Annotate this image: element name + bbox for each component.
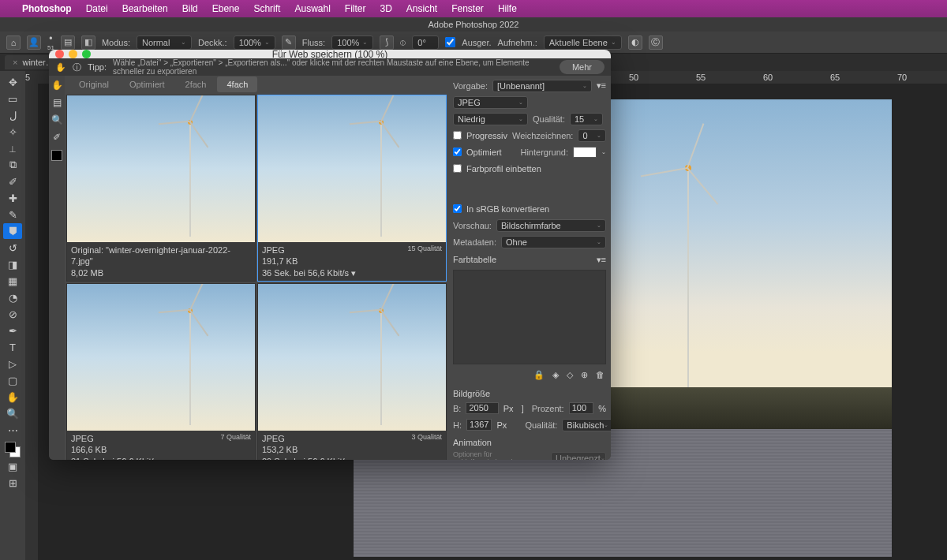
loop-select: Unbegrenzt⌄ [551, 452, 606, 460]
blur-tool[interactable]: ◔ [3, 289, 22, 305]
sample-color-swatch[interactable] [51, 150, 62, 161]
brush-panel-icon[interactable]: ▤ [61, 35, 75, 50]
opacity-field[interactable]: 100%⌄ [234, 35, 275, 50]
lasso-tool[interactable]: ل [3, 107, 22, 123]
trash-icon[interactable]: 🗑 [596, 370, 605, 380]
format-select[interactable]: JPEG⌄ [453, 96, 528, 109]
eyedropper-tool[interactable]: ✐ [3, 174, 22, 189]
app-title: Adobe Photoshop 2022 [429, 20, 519, 29]
frame-tool[interactable]: ⧉ [3, 157, 22, 173]
preview-pane-jpeg3[interactable]: 3 QualitätJPEG153,2 KB29 Sek. bei 56,6 K… [257, 283, 447, 460]
menu-bild[interactable]: Bild [182, 3, 198, 14]
blur-field[interactable]: 0⌄ [578, 129, 606, 142]
clone-panel-icon[interactable]: ◧ [81, 35, 95, 50]
tab-optimiert[interactable]: Optimiert [120, 77, 174, 92]
modus-select[interactable]: Normal⌄ [137, 35, 192, 50]
tip-bar: ✋ ⓘ Tipp: Wähle „Datei" > „Exportieren" … [49, 58, 611, 76]
map-icon[interactable]: ◈ [552, 370, 559, 380]
info-icon: ⓘ [73, 62, 81, 73]
menu-ansicht[interactable]: Ansicht [406, 3, 437, 14]
menu-datei[interactable]: Datei [86, 3, 108, 14]
menu-ebene[interactable]: Ebene [212, 3, 240, 14]
clone-stamp-tool[interactable]: ⛊ [3, 223, 22, 239]
flow-field[interactable]: 100%⌄ [331, 35, 373, 50]
quality-field[interactable]: 15⌄ [570, 113, 603, 125]
width-field[interactable]: 2050 [466, 402, 498, 414]
quality-preset-select[interactable]: Niedrig⌄ [453, 113, 528, 125]
tip-prefix: Tipp: [88, 62, 107, 72]
angle-field[interactable]: 0° [412, 35, 439, 50]
pressure-opacity-icon[interactable]: ✎ [282, 35, 296, 50]
type-tool[interactable]: T [3, 339, 22, 355]
menu-filter[interactable]: Filter [345, 3, 366, 14]
history-brush-tool[interactable]: ↺ [3, 240, 22, 256]
brush-tool[interactable]: ✎ [3, 207, 22, 222]
new-entry-icon[interactable]: ⊕ [581, 370, 588, 380]
ignore-adj-icon[interactable]: ◐ [628, 35, 642, 50]
more-button[interactable]: Mehr [560, 60, 605, 74]
crop-tool[interactable]: ⟂ [3, 140, 22, 156]
link-icon[interactable]: ] [522, 404, 524, 413]
gradient-tool[interactable]: ▦ [3, 273, 22, 289]
aligned-checkbox[interactable] [445, 37, 455, 47]
flyout-icon[interactable]: ▾≡ [597, 255, 606, 265]
preview-select[interactable]: Bildschirmfarbe⌄ [496, 219, 606, 232]
menu-hilfe[interactable]: Hilfe [498, 3, 517, 14]
lock-icon[interactable]: 🔒 [533, 370, 545, 380]
srgb-checkbox[interactable] [453, 204, 462, 213]
add-color-icon[interactable]: ◇ [567, 370, 573, 380]
preview-pane-jpeg15[interactable]: 15 QualitätJPEG191,7 KB36 Sek. bei 56,6 … [257, 95, 447, 282]
preview-pane-original[interactable]: Original: "winter-overnighter-januar-202… [66, 95, 256, 282]
hand-cursor-icon: ✋ [55, 62, 66, 73]
dialog-titlebar[interactable]: Für Web speichern (100 %) [49, 50, 611, 58]
path-tool[interactable]: ▷ [3, 356, 22, 371]
percent-field[interactable]: 100 [569, 402, 594, 414]
color-table[interactable] [453, 270, 606, 364]
menu-auswahl[interactable]: Auswahl [294, 3, 330, 14]
shape-tool[interactable]: ▢ [3, 372, 22, 388]
progressive-checkbox[interactable] [453, 131, 462, 140]
heal-tool[interactable]: ✚ [3, 190, 22, 206]
zoom-tool[interactable]: 🔍 [3, 405, 22, 421]
tab-4fach[interactable]: 4fach [217, 77, 257, 92]
zoom-tool-dialog[interactable]: 🔍 [51, 114, 63, 126]
menu-app[interactable]: Photoshop [22, 3, 72, 14]
menu-3d[interactable]: 3D [380, 3, 391, 14]
slice-tool[interactable]: ▤ [51, 96, 63, 109]
metadata-select[interactable]: Ohne⌄ [501, 236, 606, 248]
matte-color[interactable] [573, 147, 597, 158]
quick-mask-icon[interactable]: ▣ [3, 458, 22, 474]
brush-picker[interactable]: •51 [47, 33, 54, 51]
airbrush-icon[interactable]: ⟆ [380, 35, 394, 50]
move-tool[interactable]: ✥ [3, 74, 22, 90]
menu-icon[interactable]: ▾≡ [597, 80, 606, 91]
optimized-checkbox[interactable] [453, 147, 462, 156]
marquee-tool[interactable]: ▭ [3, 91, 22, 106]
resample-select[interactable]: Bikubisch⌄ [562, 419, 611, 431]
height-field[interactable]: 1367 [466, 419, 492, 431]
sample-select[interactable]: Aktuelle Ebene⌄ [544, 35, 622, 50]
home-icon[interactable]: ⌂ [6, 35, 21, 50]
menu-bearbeiten[interactable]: Bearbeiten [122, 3, 168, 14]
screen-mode-icon[interactable]: ⊞ [3, 475, 22, 491]
hand-tool-dialog[interactable]: ✋ [51, 79, 63, 91]
menu-fenster[interactable]: Fenster [451, 3, 484, 14]
preset-select[interactable]: [Unbenannt]⌄ [492, 80, 592, 92]
eraser-tool[interactable]: ◨ [3, 256, 22, 272]
colortable-buttons: 🔒◈◇⊕🗑 [453, 368, 606, 383]
embed-profile-checkbox[interactable] [453, 164, 462, 173]
menu-schrift[interactable]: Schrift [253, 3, 280, 14]
pen-tool[interactable]: ✒ [3, 323, 22, 338]
edit-toolbar[interactable]: ⋯ [3, 422, 22, 438]
tab-original[interactable]: Original [69, 77, 118, 92]
pressure-size-icon[interactable]: Ⓒ [649, 35, 663, 50]
dodge-tool[interactable]: ⊘ [3, 306, 22, 322]
color-swatches[interactable] [5, 442, 21, 457]
tool-preset-icon[interactable]: 👤 [27, 35, 41, 50]
wand-tool[interactable]: ✧ [3, 124, 22, 140]
hand-tool[interactable]: ✋ [3, 389, 22, 405]
eyedropper-tool-dialog[interactable]: ✐ [51, 131, 63, 144]
preview-pane-jpeg7[interactable]: 7 QualitätJPEG166,6 KB31 Sek. bei 56,6 K… [66, 283, 256, 460]
tab-2fach[interactable]: 2fach [176, 77, 216, 92]
dialog-title: Für Web speichern (100 %) [49, 50, 611, 60]
